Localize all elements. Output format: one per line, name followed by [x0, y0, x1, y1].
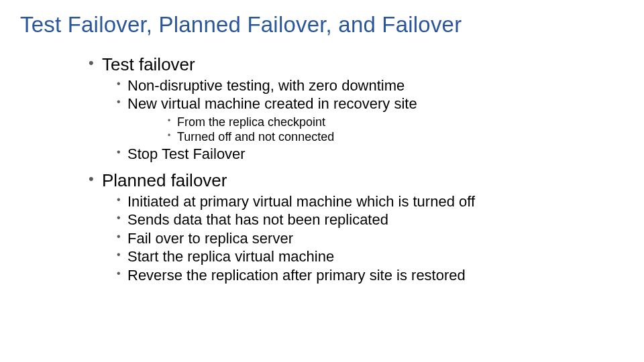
outline-level-3: From the replica checkpoint Turned off a…	[127, 115, 619, 145]
outline-level-2: Non-disruptive testing, with zero downti…	[102, 76, 619, 164]
item-text: Start the replica virtual machine	[127, 248, 334, 265]
outline-level-2: Initiated at primary virtual machine whi…	[102, 192, 619, 285]
item-text: Reverse the replication after primary si…	[127, 267, 466, 284]
section-label: Planned failover	[102, 170, 227, 190]
list-item: From the replica checkpoint	[127, 115, 619, 130]
item-text: Turned off and not connected	[177, 130, 334, 143]
list-item: Stop Test Failover	[102, 145, 619, 164]
list-item: Initiated at primary virtual machine whi…	[102, 192, 619, 211]
slide: Test Failover, Planned Failover, and Fai…	[0, 0, 644, 362]
item-text: Stop Test Failover	[127, 145, 246, 162]
slide-body: Test failover Non-disruptive testing, wi…	[89, 52, 619, 284]
item-text: New virtual machine created in recovery …	[127, 95, 417, 112]
list-item: Turned off and not connected	[127, 129, 619, 145]
list-item: Sends data that has not been replicated	[102, 210, 619, 229]
list-item: Start the replica virtual machine	[102, 247, 619, 266]
outline-level-1: Test failover Non-disruptive testing, wi…	[89, 54, 619, 284]
list-item: Fail over to replica server	[102, 229, 619, 248]
item-text: Fail over to replica server	[127, 230, 293, 247]
section-planned-failover: Planned failover Initiated at primary vi…	[89, 170, 619, 284]
list-item: Reverse the replication after primary si…	[102, 266, 619, 285]
item-text: From the replica checkpoint	[177, 115, 325, 129]
section-test-failover: Test failover Non-disruptive testing, wi…	[89, 54, 619, 163]
list-item: New virtual machine created in recovery …	[102, 95, 619, 145]
section-label: Test failover	[102, 54, 195, 74]
slide-title: Test Failover, Planned Failover, and Fai…	[20, 12, 462, 38]
item-text: Initiated at primary virtual machine whi…	[127, 193, 475, 210]
list-item: Non-disruptive testing, with zero downti…	[102, 76, 619, 95]
item-text: Sends data that has not been replicated	[127, 211, 388, 228]
item-text: Non-disruptive testing, with zero downti…	[127, 77, 405, 94]
